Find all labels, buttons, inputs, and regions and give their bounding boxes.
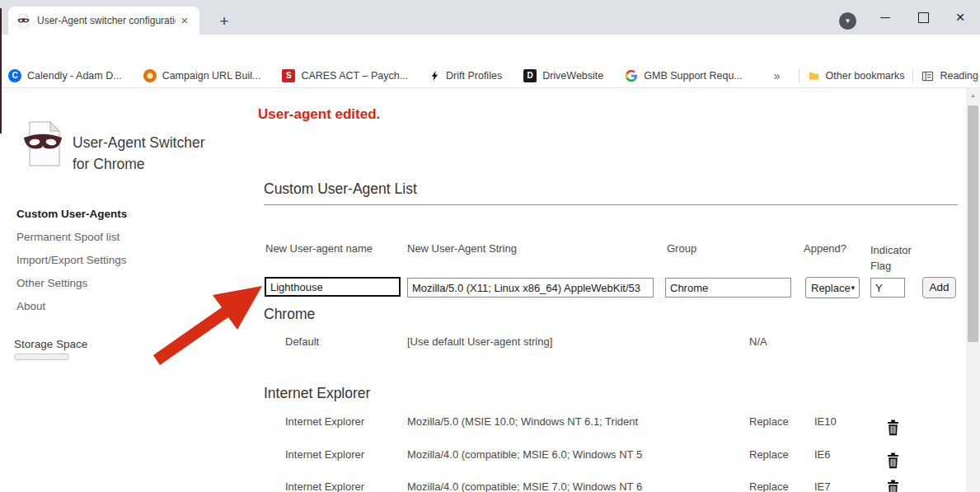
ua-row-string: [Use default User-agent string] bbox=[407, 335, 654, 348]
new-name-input[interactable] bbox=[265, 277, 401, 297]
drivewebsite-icon: D bbox=[523, 69, 537, 82]
cares-act-icon: S bbox=[282, 69, 295, 82]
window-titlebar: User-Agent switcher configuratio × + ▼ × bbox=[0, 0, 980, 35]
scrollbar-thumb[interactable] bbox=[968, 105, 978, 342]
group-field-label: Group bbox=[667, 242, 696, 255]
section-divider bbox=[264, 204, 958, 205]
bookmarks-overflow-icon[interactable]: » bbox=[774, 69, 781, 82]
google-g-icon bbox=[625, 69, 638, 82]
ua-row-append: Replace bbox=[749, 415, 789, 428]
status-message: User-agent edited. bbox=[258, 106, 380, 123]
ua-row-append: N/A bbox=[749, 335, 767, 348]
sidebar-item-about[interactable]: About bbox=[16, 300, 45, 312]
delete-trash-icon[interactable] bbox=[886, 419, 900, 436]
ua-row-name: Internet Explorer bbox=[285, 480, 368, 492]
delete-trash-icon[interactable] bbox=[886, 480, 900, 492]
bookmark-drift-profiles[interactable]: Drift Profiles bbox=[429, 69, 502, 82]
ua-row-name: Default bbox=[285, 335, 368, 348]
tab-title: User-Agent switcher configuratio bbox=[37, 15, 176, 26]
bookmarks-bar: C Calendly - Adam D... Campaign URL Buil… bbox=[0, 64, 980, 88]
calendly-icon: C bbox=[8, 69, 21, 82]
reading-list-icon bbox=[921, 70, 934, 82]
ua-row-string: Mozilla/5.0 (MSIE 10.0; Windows NT 6.1; … bbox=[407, 415, 654, 428]
campaign-url-icon bbox=[143, 69, 157, 82]
sidebar-item-custom-user-agents[interactable]: Custom User-Agents bbox=[16, 208, 127, 220]
bookmarks-divider bbox=[799, 69, 799, 82]
indicator-flag-input[interactable] bbox=[870, 278, 905, 298]
ua-row-string: Mozilla/4.0 (compatible; MSIE 6.0; Windo… bbox=[407, 448, 654, 461]
group-input[interactable] bbox=[665, 278, 791, 298]
add-button[interactable]: Add bbox=[922, 277, 956, 298]
name-field-label: New User-agent name bbox=[265, 242, 373, 255]
chevron-down-icon: ▾ bbox=[851, 283, 855, 292]
sidebar-item-import-export-settings[interactable]: Import/Export Settings bbox=[16, 254, 127, 266]
ua-row-name: Internet Explorer bbox=[285, 448, 368, 461]
mask-favicon-icon bbox=[16, 14, 30, 28]
bookmark-cares-act[interactable]: S CARES ACT – Paych... bbox=[282, 69, 408, 82]
bookmark-calendly[interactable]: C Calendly - Adam D... bbox=[8, 69, 122, 82]
bookmark-campaign-url[interactable]: Campaign URL Buil... bbox=[143, 69, 261, 82]
scrollbar-up-icon[interactable]: ▲ bbox=[966, 88, 980, 102]
storage-space-label: Storage Space bbox=[14, 338, 87, 350]
append-select[interactable]: Replace ▾ bbox=[805, 277, 860, 298]
browser-toolbar: ← → User-Agent Switcher for Chrome chrom… bbox=[0, 35, 980, 64]
append-field-label: Append? bbox=[804, 242, 846, 255]
section-title: Custom User-Agent List bbox=[264, 180, 417, 198]
window-minimize-button[interactable] bbox=[877, 10, 893, 25]
new-string-input[interactable] bbox=[407, 278, 654, 298]
indicator-flag-label: Indicator Flag bbox=[870, 242, 918, 274]
annotation-arrow bbox=[140, 276, 272, 374]
ua-row-flag: IE10 bbox=[814, 415, 837, 428]
lightning-bolt-icon bbox=[429, 69, 440, 82]
tab-close-icon[interactable]: × bbox=[177, 13, 192, 28]
sidebar-item-permanent-spoof-list[interactable]: Permanent Spoof list bbox=[16, 231, 120, 243]
delete-trash-icon[interactable] bbox=[886, 452, 900, 469]
folder-icon bbox=[808, 70, 820, 82]
reading-list-button[interactable]: Reading list bbox=[921, 70, 980, 82]
storage-space-bar bbox=[14, 354, 69, 360]
sidebar-item-other-settings[interactable]: Other Settings bbox=[16, 277, 87, 289]
other-bookmarks-button[interactable]: Other bookmarks bbox=[808, 70, 905, 82]
ua-row-flag: IE7 bbox=[814, 480, 831, 492]
ua-row-flag: IE6 bbox=[814, 448, 831, 461]
bookmark-drivewebsite[interactable]: D DriveWebsite bbox=[523, 69, 603, 82]
window-close-button[interactable]: × bbox=[952, 10, 968, 25]
ua-row-append: Replace bbox=[749, 480, 789, 492]
bookmark-gmb-support[interactable]: GMB Support Requ... bbox=[625, 69, 743, 82]
bookmarks-divider-2 bbox=[912, 69, 913, 82]
background-window-edge bbox=[0, 8, 2, 134]
app-title: User-Agent Switcher for Chrome bbox=[73, 132, 204, 175]
new-tab-button[interactable]: + bbox=[214, 12, 234, 31]
string-field-label: New User-Agent String bbox=[407, 242, 517, 255]
tab-search-button[interactable]: ▼ bbox=[839, 12, 856, 30]
group-heading-internet-explorer: Internet Explorer bbox=[264, 385, 370, 402]
ua-row-name: Internet Explorer bbox=[285, 415, 368, 428]
ua-row-append: Replace bbox=[749, 448, 789, 461]
browser-tab[interactable]: User-Agent switcher configuratio × bbox=[8, 7, 199, 35]
extension-logo-icon bbox=[22, 120, 63, 171]
ua-row-string: Mozilla/4.0 (compatible; MSIE 7.0; Windo… bbox=[407, 480, 654, 492]
window-maximize-button[interactable] bbox=[915, 10, 931, 25]
